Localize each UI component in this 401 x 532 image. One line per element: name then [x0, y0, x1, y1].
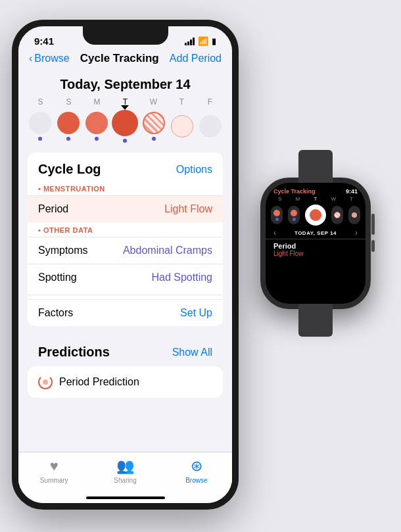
day-dot-tue [123, 139, 127, 143]
day-circle-mon [85, 112, 108, 134]
watch-crown [371, 214, 375, 235]
watch-purple-s [275, 218, 279, 221]
watch-next-arrow[interactable]: › [355, 228, 358, 237]
watch-dot-t2 [352, 212, 357, 218]
watch-cell-s [271, 206, 283, 224]
watch-cell-m [288, 206, 300, 224]
add-period-button[interactable]: Add Period [170, 53, 222, 64]
day-label-s2: S [56, 97, 82, 107]
watch-dot-today [310, 209, 321, 221]
watch-day-m: M [292, 196, 304, 202]
scene: 9:41 📶 ▮ ‹ Browse C [0, 0, 401, 532]
watch-screen: Cycle Tracking 9:41 S M T W T [266, 183, 366, 304]
day-circle-thu [171, 115, 193, 137]
chevron-left-icon: ‹ [29, 53, 32, 64]
day-label-s1: S [28, 97, 54, 107]
day-cell-tue[interactable] [112, 109, 138, 143]
phone-content: Today, September 14 S S M T W T F [18, 70, 232, 488]
battery-icon: ▮ [212, 36, 216, 46]
day-circle-tue [112, 110, 138, 136]
period-row[interactable]: Period Light Flow [28, 195, 223, 222]
predictions-header: Predictions Show All [28, 335, 223, 366]
menstruation-label: • MENSTRUATION [28, 181, 223, 195]
date-header: Today, September 14 [18, 70, 232, 97]
symptoms-row[interactable]: Symptoms Abdominal Cramps [28, 237, 223, 264]
iphone-notch [83, 26, 168, 45]
factors-label: Factors [38, 307, 73, 319]
day-dot-wed [152, 137, 156, 141]
watch-status-bar: Cycle Tracking 9:41 [266, 183, 366, 196]
cycle-log-header: Cycle Log Options [28, 153, 223, 181]
nav-bar: ‹ Browse Cycle Tracking Add Period [18, 49, 232, 70]
watch-cell-t2 [348, 206, 360, 224]
watch-period-value: Light Flow [273, 250, 358, 257]
day-label-t2: T [169, 97, 195, 107]
watch-side-button [371, 240, 375, 252]
nav-back-button[interactable]: ‹ Browse [29, 53, 70, 64]
options-button[interactable]: Options [176, 164, 212, 176]
browse-icon: ⊛ [191, 458, 202, 475]
day-cell-mon[interactable] [83, 109, 110, 143]
other-data-label: • OTHER DATA [28, 222, 223, 237]
symptoms-label: Symptoms [38, 245, 88, 256]
apple-watch: Cycle Tracking 9:41 S M T W T [247, 178, 385, 342]
period-prediction-item[interactable]: Period Prediction [28, 366, 223, 398]
factors-row[interactable]: Factors Set Up [28, 299, 223, 326]
watch-day-circles [266, 203, 366, 227]
watch-cell-today [305, 205, 326, 226]
show-all-button[interactable]: Show All [172, 347, 212, 358]
status-icons: 📶 ▮ [185, 36, 216, 46]
day-cell-sun2[interactable] [55, 109, 82, 143]
day-label-m: M [84, 97, 110, 107]
home-indicator [86, 496, 165, 499]
watch-day-w: W [327, 196, 339, 202]
tab-browse[interactable]: ⊛ Browse [161, 458, 232, 484]
day-circle-sun2 [57, 112, 80, 134]
watch-info: Period Light Flow [266, 239, 366, 261]
summary-label: Summary [40, 477, 68, 484]
day-cell-fri[interactable] [197, 109, 224, 143]
watch-dot-m [291, 210, 297, 216]
tab-sharing[interactable]: 👥 Sharing [89, 458, 160, 484]
nav-title: Cycle Tracking [80, 52, 159, 65]
day-circle-sun [29, 112, 51, 134]
browse-label: Browse [185, 477, 207, 484]
spotting-row[interactable]: Spotting Had Spotting [28, 264, 223, 291]
period-prediction-text: Period Prediction [59, 376, 139, 388]
spotting-label: Spotting [38, 272, 77, 283]
watch-nav: ‹ TODAY, SEP 14 › [266, 227, 366, 239]
day-cell-thu[interactable] [169, 109, 195, 143]
watch-purple-m [293, 218, 296, 221]
iphone-screen: 9:41 📶 ▮ ‹ Browse C [18, 26, 232, 503]
back-label: Browse [34, 53, 69, 64]
predictions-title: Predictions [38, 345, 110, 360]
period-value: Light Flow [164, 203, 212, 215]
cycle-log-title: Cycle Log [38, 162, 101, 177]
watch-body: Cycle Tracking 9:41 S M T W T [260, 178, 371, 309]
day-cell-wed[interactable] [141, 109, 167, 143]
week-days [26, 109, 224, 143]
watch-app-title: Cycle Tracking [273, 188, 316, 195]
cycle-log-card: Cycle Log Options • MENSTRUATION Period … [28, 153, 223, 326]
spotting-value: Had Spotting [151, 272, 212, 283]
watch-time: 9:41 [346, 188, 358, 195]
watch-date: TODAY, SEP 14 [295, 230, 337, 236]
tab-summary[interactable]: ♥ Summary [18, 458, 89, 484]
period-prediction-icon [38, 375, 53, 389]
week-calendar: S S M T W T F [18, 97, 232, 143]
day-cell-sun[interactable] [27, 109, 53, 143]
watch-week-labels: S M T W T [266, 196, 366, 203]
wifi-icon: 📶 [198, 36, 208, 46]
tab-bar: ♥ Summary 👥 Sharing ⊛ Browse [18, 452, 232, 503]
symptoms-value: Abdominal Cramps [123, 245, 212, 256]
watch-day-t: T [310, 196, 321, 202]
watch-band-top [298, 150, 333, 183]
today-indicator [121, 105, 129, 110]
day-label-f: F [197, 97, 224, 107]
sharing-icon: 👥 [116, 458, 134, 475]
day-circle-fri [199, 115, 222, 137]
day-label-w: W [141, 97, 167, 107]
day-dot-sun [38, 137, 42, 141]
factors-value: Set Up [180, 307, 212, 319]
watch-prev-arrow[interactable]: ‹ [273, 228, 276, 237]
